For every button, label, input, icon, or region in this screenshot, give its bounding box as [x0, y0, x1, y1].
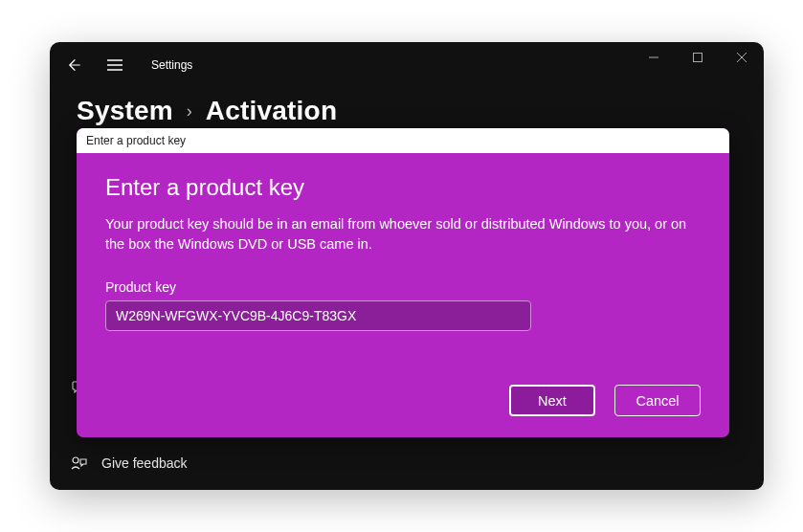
give-feedback-label: Give feedback — [101, 455, 188, 471]
titlebar-left: Settings — [63, 54, 192, 77]
next-button[interactable]: Next — [509, 385, 595, 416]
dialog-description: Your product key should be in an email f… — [105, 214, 689, 255]
minimize-button[interactable] — [632, 42, 676, 73]
breadcrumb-page: Activation — [206, 96, 337, 126]
svg-rect-4 — [694, 54, 703, 62]
dialog-titlebar: Enter a product key — [77, 128, 729, 153]
svg-point-7 — [73, 457, 78, 463]
window-controls — [632, 42, 764, 73]
minimize-icon — [649, 53, 658, 62]
dialog-heading: Enter a product key — [105, 174, 701, 201]
window-title: Settings — [151, 58, 192, 72]
product-key-dialog: Enter a product key Enter a product key … — [77, 128, 729, 437]
arrow-left-icon — [68, 58, 81, 72]
back-button[interactable] — [63, 54, 86, 77]
dialog-buttons: Next Cancel — [105, 385, 701, 416]
cancel-button[interactable]: Cancel — [614, 385, 701, 416]
maximize-button[interactable] — [676, 42, 720, 73]
product-key-label: Product key — [105, 279, 701, 295]
chevron-right-icon: › — [187, 101, 192, 122]
breadcrumb-root[interactable]: System — [77, 96, 173, 126]
dialog-body: Enter a product key Your product key sho… — [77, 153, 729, 437]
titlebar: Settings — [50, 42, 764, 88]
close-icon — [737, 53, 747, 62]
feedback-icon — [71, 455, 88, 471]
maximize-icon — [693, 53, 703, 62]
nav-menu-button[interactable] — [103, 54, 126, 77]
hamburger-icon — [107, 59, 123, 71]
close-button[interactable] — [720, 42, 764, 73]
product-key-input[interactable] — [105, 300, 531, 331]
give-feedback-button[interactable]: Give feedback — [71, 455, 188, 471]
